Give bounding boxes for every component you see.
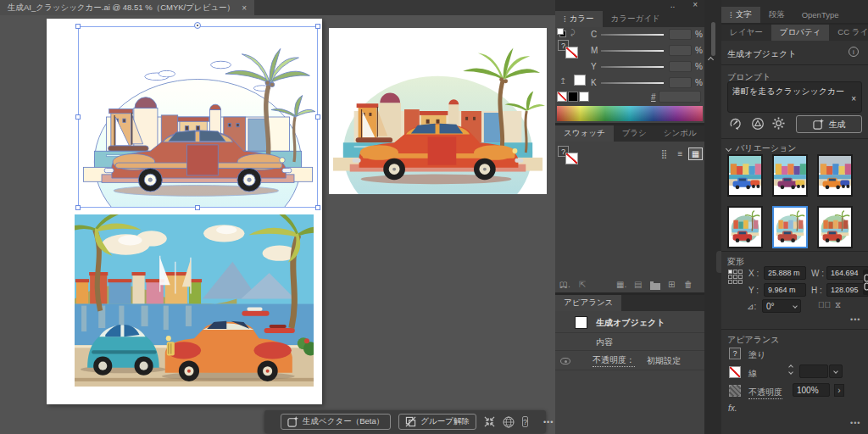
appearance-opacity-value[interactable]: 初期設定	[647, 355, 681, 367]
channel-slider[interactable]	[601, 50, 664, 52]
selection-handle[interactable]	[315, 114, 320, 120]
tab-symbols[interactable]: シンボル	[655, 125, 705, 142]
mini-black-swatch[interactable]	[568, 92, 578, 102]
selection-handle[interactable]	[75, 205, 81, 210]
fill-help-proxy[interactable]: ?	[729, 348, 741, 359]
variation-thumbnail-4[interactable]	[727, 206, 763, 248]
panel-menu-icon[interactable]	[858, 9, 868, 20]
hex-input[interactable]	[659, 91, 701, 103]
tab-brushes[interactable]: ブラシ	[614, 125, 655, 142]
appearance-opacity-label[interactable]: 不透明度：	[593, 354, 635, 367]
angle-dropdown[interactable]: 0°	[762, 299, 801, 313]
add-to-library-icon[interactable]: ⇱	[579, 280, 586, 289]
selection-handle[interactable]	[75, 24, 81, 29]
default-swatch-icon[interactable]: ↥	[559, 76, 566, 86]
reference-point-icon[interactable]	[728, 270, 743, 284]
stroke-weight-field[interactable]	[799, 364, 828, 378]
artwork-selected-outline-scene[interactable]	[79, 27, 317, 207]
stroke-unit-dropdown[interactable]	[829, 364, 843, 378]
color-channel-row-m[interactable]: M%	[591, 45, 703, 56]
flip-horizontal-icon[interactable]: ⊳⃒	[818, 300, 831, 309]
tab-cc-libraries[interactable]: CC ライブラリ	[829, 25, 868, 41]
ungroup-button[interactable]: グループ解除	[398, 414, 476, 430]
variation-thumbnail-2[interactable]	[772, 154, 808, 197]
stroke-none-swatch[interactable]	[729, 366, 741, 378]
flip-vertical-icon[interactable]: ⧖	[835, 300, 841, 310]
variation-thumbnail-6[interactable]	[817, 206, 853, 248]
opacity-field[interactable]: 100%	[793, 383, 830, 397]
regenerate-icon[interactable]	[729, 117, 743, 131]
selection-handle[interactable]	[195, 205, 200, 210]
globe-icon[interactable]	[503, 416, 515, 428]
appearance-row-object[interactable]: 生成オブジェクト	[555, 313, 704, 333]
none-fill-swatch[interactable]	[565, 153, 578, 164]
trash-icon[interactable]: 🗑	[684, 280, 693, 289]
tab-properties[interactable]: プロパティ	[771, 25, 830, 41]
appearance-row-content[interactable]: 内容	[555, 334, 704, 351]
chevron-up-icon[interactable]	[709, 54, 713, 64]
white-proxy-swatch[interactable]	[574, 75, 586, 86]
close-tab-icon[interactable]: ×	[242, 3, 247, 13]
new-swatch-icon[interactable]: ⊞	[668, 280, 675, 289]
collapse-arrows-icon[interactable]	[484, 416, 495, 427]
variation-thumbnail-3[interactable]	[817, 154, 853, 197]
tab-swatches[interactable]: スウォッチ	[555, 125, 614, 142]
fill-label[interactable]: 塗り	[748, 349, 765, 361]
color-harmony-icon[interactable]	[751, 117, 765, 131]
channel-slider[interactable]	[601, 82, 664, 84]
variation-thumbnail-1[interactable]	[727, 154, 763, 197]
panel-menu-icon[interactable]	[694, 298, 704, 309]
pattern-view-icon[interactable]: ⣿	[657, 147, 671, 160]
canvas[interactable]	[0, 15, 555, 434]
swap-fill-stroke-icon[interactable]: ⤸	[570, 28, 575, 37]
stroke-weight-stepper[interactable]	[789, 365, 793, 374]
selection-rotate-handle[interactable]	[194, 22, 201, 29]
swatch-libraries-icon[interactable]: 🕮.	[559, 280, 570, 289]
selection-handle[interactable]	[315, 205, 320, 210]
color-channel-row-k[interactable]: K%	[591, 77, 703, 88]
generate-button[interactable]: 生成	[796, 115, 862, 133]
opacity-proxy-icon[interactable]	[729, 385, 741, 397]
grid-view-icon[interactable]: ▦	[688, 147, 703, 160]
none-fill-swatch[interactable]	[565, 47, 578, 58]
generate-vector-button[interactable]: 生成ベクター（Beta）	[281, 414, 391, 430]
selection-handle[interactable]	[75, 114, 81, 120]
info-icon[interactable]: i	[849, 47, 859, 57]
more-options-icon[interactable]: •••	[850, 419, 860, 427]
more-options-icon[interactable]: •••	[543, 418, 554, 426]
appearance-row-opacity[interactable]: 不透明度： 初期設定	[555, 352, 704, 370]
list-view-icon[interactable]: ≡	[673, 147, 687, 160]
collapse-panel-icon[interactable]: ..	[670, 0, 676, 9]
more-options-icon[interactable]: •••	[850, 315, 860, 324]
gutter-scrollbar[interactable]	[711, 22, 715, 56]
color-channel-row-c[interactable]: C%	[591, 29, 703, 40]
document-tab[interactable]: 生成AI_クラッシックカー.ai @ 48.51 %（CMYK/プレビュー） ×	[0, 0, 254, 15]
color-channel-row-y[interactable]: Y%	[591, 61, 703, 72]
variation-thumbnail-5[interactable]	[772, 206, 808, 248]
w-field[interactable]: 164.694	[826, 266, 868, 280]
clear-prompt-icon[interactable]: ×	[851, 94, 856, 103]
artwork-color-harbor-scene[interactable]	[329, 28, 547, 194]
artwork-two-cars-scene[interactable]	[75, 214, 314, 387]
tab-appearance[interactable]: アピアランス	[555, 295, 621, 311]
new-group-folder-icon[interactable]	[650, 281, 660, 292]
channel-slider[interactable]	[601, 34, 664, 36]
channel-value-field[interactable]	[669, 45, 692, 56]
color-spectrum-bar[interactable]	[557, 106, 703, 121]
prompt-input[interactable]: 港町を走るクラッシックカー ×	[727, 81, 862, 113]
channel-value-field[interactable]	[669, 61, 692, 72]
stroke-label[interactable]: 線	[748, 368, 757, 380]
tab-layers[interactable]: レイヤー	[721, 25, 771, 41]
gear-icon[interactable]	[772, 117, 785, 130]
x-field[interactable]: 25.888 m	[764, 266, 806, 280]
tab-color-guide[interactable]: カラーガイド	[603, 11, 669, 27]
tab-opentype[interactable]: OpenType	[793, 7, 848, 23]
panel-menu-icon[interactable]	[694, 14, 704, 25]
channel-slider[interactable]	[601, 66, 664, 68]
selection-handle[interactable]	[315, 24, 320, 29]
help-icon[interactable]: ?	[522, 416, 528, 427]
tab-paragraph[interactable]: 段落	[760, 7, 793, 23]
close-panel-icon[interactable]: ×	[693, 0, 698, 9]
tab-color[interactable]: ⁞カラー	[555, 11, 603, 27]
fill-proxy-swatch[interactable]	[557, 28, 564, 35]
